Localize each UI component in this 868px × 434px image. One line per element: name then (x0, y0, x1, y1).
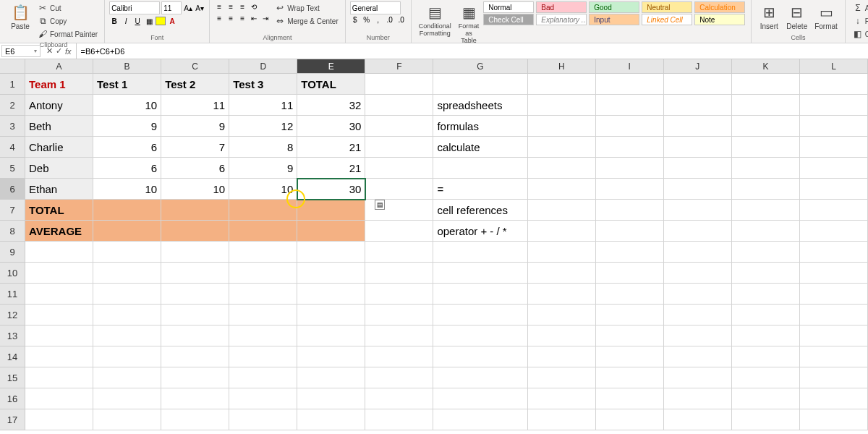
cell-J6[interactable] (664, 179, 732, 200)
cell-A15[interactable] (25, 367, 93, 388)
style-cell-note[interactable]: Note (694, 14, 745, 25)
cell-C5[interactable]: 6 (161, 158, 229, 179)
autofill-options-button[interactable]: ▤ (375, 200, 385, 210)
cell-D4[interactable]: 8 (229, 137, 297, 158)
cell-C17[interactable] (161, 409, 229, 430)
percent-icon[interactable]: % (362, 14, 372, 25)
cell-K1[interactable] (732, 74, 800, 95)
cell-I11[interactable] (596, 284, 664, 305)
cell-B6[interactable]: 10 (93, 179, 161, 200)
cell-E9[interactable] (297, 242, 365, 263)
cell-C2[interactable]: 11 (161, 95, 229, 116)
cell-L5[interactable] (800, 158, 868, 179)
cell-F8[interactable] (365, 221, 433, 242)
cell-D2[interactable]: 11 (229, 95, 297, 116)
cell-K2[interactable] (732, 95, 800, 116)
row-header-11[interactable]: 11 (0, 284, 25, 305)
formula-input[interactable] (77, 43, 868, 59)
cell-F1[interactable] (365, 74, 433, 95)
cell-B1[interactable]: Test 1 (93, 74, 161, 95)
cell-I9[interactable] (596, 242, 664, 263)
cell-K5[interactable] (732, 158, 800, 179)
cell-K11[interactable] (732, 284, 800, 305)
cell-I8[interactable] (596, 221, 664, 242)
cell-K4[interactable] (732, 137, 800, 158)
cell-I7[interactable] (596, 200, 664, 221)
cell-D5[interactable]: 9 (229, 158, 297, 179)
cell-B17[interactable] (93, 409, 161, 430)
italic-button[interactable]: I (121, 16, 131, 26)
cell-I15[interactable] (596, 367, 664, 388)
indent-decrease-icon[interactable]: ⇤ (249, 13, 259, 23)
decrease-decimal-icon[interactable]: .0 (396, 14, 407, 25)
cell-J15[interactable] (664, 367, 732, 388)
cell-H13[interactable] (528, 326, 596, 346)
cut-button[interactable]: ✂Cut (35, 1, 100, 14)
cell-C12[interactable] (161, 305, 229, 326)
cell-H3[interactable] (528, 116, 596, 137)
align-middle-icon[interactable]: ≡ (226, 1, 236, 12)
cell-D17[interactable] (229, 409, 297, 430)
cell-I10[interactable] (596, 263, 664, 284)
cell-E10[interactable] (297, 263, 365, 284)
cell-F3[interactable] (365, 116, 433, 137)
cell-H5[interactable] (528, 158, 596, 179)
cell-E4[interactable]: 21 (297, 137, 365, 158)
cell-L16[interactable] (800, 388, 868, 409)
cell-L11[interactable] (800, 284, 868, 305)
cell-B9[interactable] (93, 242, 161, 263)
style-cell-explanatory-[interactable]: Explanatory ... (536, 14, 587, 25)
cell-K15[interactable] (732, 367, 800, 388)
cell-A6[interactable]: Ethan (25, 179, 93, 200)
cell-I14[interactable] (596, 346, 664, 367)
cell-F14[interactable] (365, 346, 433, 367)
cell-D11[interactable] (229, 284, 297, 305)
cell-G9[interactable] (433, 242, 527, 263)
cell-A5[interactable]: Deb (25, 158, 93, 179)
cell-K8[interactable] (732, 221, 800, 242)
cell-G3[interactable]: formulas (433, 116, 527, 137)
cell-A4[interactable]: Charlie (25, 137, 93, 158)
column-header-B[interactable]: B (93, 59, 161, 74)
cell-H8[interactable] (528, 221, 596, 242)
column-header-D[interactable]: D (229, 59, 297, 74)
cell-B11[interactable] (93, 284, 161, 305)
align-left-icon[interactable]: ≡ (214, 13, 224, 23)
cell-E3[interactable]: 30 (297, 116, 365, 137)
cell-G4[interactable]: calculate (433, 137, 527, 158)
cell-H2[interactable] (528, 95, 596, 116)
cell-K12[interactable] (732, 305, 800, 326)
column-header-G[interactable]: G (433, 59, 527, 74)
cell-I4[interactable] (596, 137, 664, 158)
cell-F5[interactable] (365, 158, 433, 179)
cell-B14[interactable] (93, 346, 161, 367)
cell-D7[interactable] (229, 200, 297, 221)
cell-L8[interactable] (800, 221, 868, 242)
style-cell-bad[interactable]: Bad (536, 1, 587, 13)
cell-H9[interactable] (528, 242, 596, 263)
cell-I1[interactable] (596, 74, 664, 95)
cell-A12[interactable] (25, 305, 93, 326)
cell-H1[interactable] (528, 74, 596, 95)
cell-C1[interactable]: Test 2 (161, 74, 229, 95)
cell-C16[interactable] (161, 388, 229, 409)
name-box[interactable]: E6 ▾ (1, 45, 41, 57)
row-header-4[interactable]: 4 (0, 137, 25, 158)
row-header-9[interactable]: 9 (0, 242, 25, 263)
cell-E16[interactable] (297, 388, 365, 409)
row-header-14[interactable]: 14 (0, 346, 25, 367)
column-header-K[interactable]: K (732, 59, 800, 74)
row-header-13[interactable]: 13 (0, 326, 25, 346)
row-header-1[interactable]: 1 (0, 74, 25, 95)
cell-I5[interactable] (596, 158, 664, 179)
cell-K10[interactable] (732, 263, 800, 284)
style-cell-linked-cell[interactable]: Linked Cell (642, 14, 692, 25)
cell-J11[interactable] (664, 284, 732, 305)
cell-G14[interactable] (433, 346, 527, 367)
cell-L10[interactable] (800, 263, 868, 284)
merge-center-button[interactable]: ⇔Merge & Center (272, 14, 341, 27)
cell-K3[interactable] (732, 116, 800, 137)
align-bottom-icon[interactable]: ≡ (237, 1, 247, 12)
accept-formula-button[interactable]: ✓ (56, 46, 62, 56)
cell-F4[interactable] (365, 137, 433, 158)
